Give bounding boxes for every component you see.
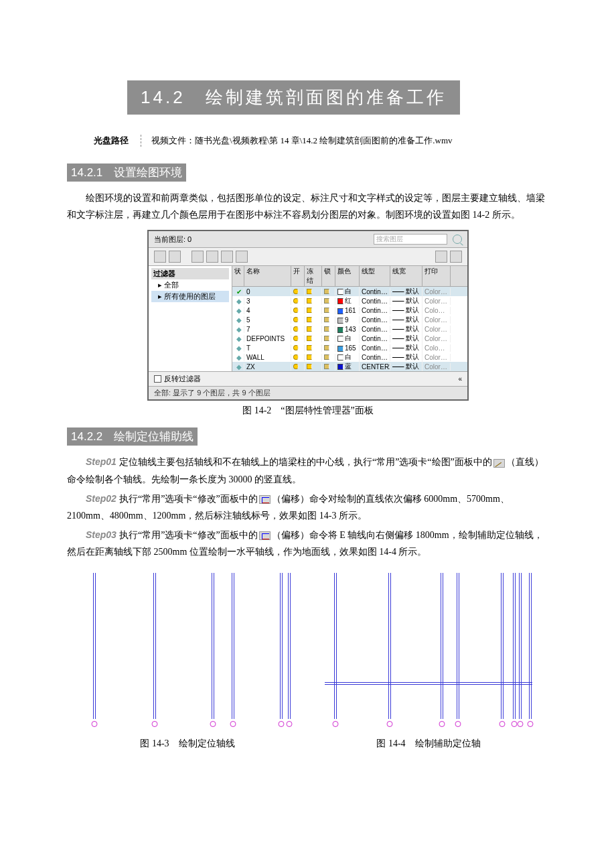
step02-label: Step02 — [86, 493, 117, 504]
step02-paragraph: Step02执行“常用”选项卡“修改”面板中的（偏移）命令对绘制的直线依次偏移 … — [67, 490, 549, 524]
table-row[interactable]: ◆4161Contin…默认Colo… — [232, 306, 467, 315]
refresh-icon[interactable] — [435, 251, 447, 263]
new-layer-icon[interactable] — [154, 251, 166, 263]
section-heading-14-2: 14.2 绘制建筑剖面图的准备工作 — [127, 80, 460, 115]
figure-14-4-diagram — [325, 573, 532, 734]
subsection-heading-14-2-2: 14.2.2 绘制定位辅助线 — [67, 427, 198, 446]
table-row[interactable]: ◆59Contin…默认Color… — [232, 315, 467, 324]
offset-tool-icon — [259, 495, 271, 504]
figure-14-3-diagram — [84, 573, 291, 734]
delete-layer-icon[interactable] — [221, 251, 233, 263]
table-row[interactable]: ◆7143Contin…默认Color… — [232, 324, 467, 334]
layer-states-icon[interactable] — [191, 251, 204, 263]
disc-path-row: 光盘路径 视频文件：随书光盘\视频教程\第 14 章\14.2 绘制建筑剖面图前… — [94, 135, 549, 147]
new-group-icon[interactable] — [169, 251, 181, 263]
new-layer-2-icon[interactable] — [206, 251, 218, 263]
table-row[interactable]: ◆T165Contin…默认Colo… — [232, 343, 467, 352]
step01-paragraph: Step01定位轴线主要包括轴线和不在轴线上的墙梁柱的中心线，执行“常用”选项卡… — [67, 454, 549, 487]
tree-item-used[interactable]: ▸ 所有使用的图层 — [151, 291, 229, 302]
invert-label: 反转过滤器 — [164, 374, 201, 384]
disc-path-text: 视频文件：随书光盘\视频教程\第 14 章\14.2 绘制建筑剖面图前的准备工作… — [141, 135, 453, 147]
subsection-heading-14-2-1: 14.2.1 设置绘图环境 — [67, 163, 186, 182]
offset-tool-icon-2 — [259, 531, 271, 540]
status-line: 全部: 显示了 9 个图层，共 9 个图层 — [149, 386, 467, 399]
filter-tree[interactable]: 过滤器 ▸ 全部 ▸ 所有使用的图层 — [149, 266, 232, 371]
search-icon[interactable] — [453, 235, 462, 244]
current-layer-label: 当前图层: 0 — [154, 235, 191, 245]
settings-icon[interactable] — [450, 251, 462, 263]
table-row[interactable]: ◆3红Contin…默认Color… — [232, 296, 467, 306]
step03-label: Step03 — [86, 529, 117, 540]
paragraph-env-settings: 绘图环境的设置和前两章类似，包括图形单位的设定、标注尺寸和文字样式的设定等，图层… — [67, 190, 549, 223]
step01-label: Step01 — [86, 456, 117, 467]
invert-filter-row[interactable]: 反转过滤器 « — [149, 371, 467, 386]
table-row[interactable]: ✔0白Contin…默认Color… — [232, 287, 467, 296]
step03-paragraph: Step03执行“常用”选项卡“修改”面板中的（偏移）命令将 E 轴线向右侧偏移… — [67, 527, 549, 560]
line-tool-icon — [493, 459, 505, 468]
figure-14-4-caption: 图 14-4 绘制辅助定位轴 — [325, 738, 532, 750]
table-header: 状 名称 开 冻结 锁 颜色 线型 线宽 打印 — [232, 266, 467, 287]
table-row[interactable]: ◆DEFPOINTS白Contin…默认Color… — [232, 334, 467, 343]
chevron-icon: « — [458, 375, 462, 383]
disc-label: 光盘路径 — [94, 135, 129, 147]
table-row[interactable]: ◆ZX蓝CENTER2默认Color… — [232, 362, 467, 371]
toolbar — [149, 248, 467, 266]
layer-table[interactable]: 状 名称 开 冻结 锁 颜色 线型 线宽 打印 ✔0白Contin…默认Colo… — [232, 266, 467, 371]
layer-properties-manager-panel: 当前图层: 0 搜索图层 过滤器 ▸ 全部 ▸ 所有使用的图层 状 名称 — [147, 230, 469, 401]
table-row[interactable]: ◆WALL白Contin…默认Color… — [232, 352, 467, 362]
tree-item-all[interactable]: ▸ 全部 — [151, 279, 229, 291]
filter-tree-heading: 过滤器 — [151, 268, 229, 279]
figure-14-3-caption: 图 14-3 绘制定位轴线 — [84, 738, 291, 750]
set-current-icon[interactable] — [236, 251, 248, 263]
invert-checkbox[interactable] — [154, 375, 161, 383]
figure-14-2-caption: 图 14-2 “图层特性管理器”面板 — [67, 405, 549, 417]
search-input[interactable]: 搜索图层 — [374, 234, 447, 245]
